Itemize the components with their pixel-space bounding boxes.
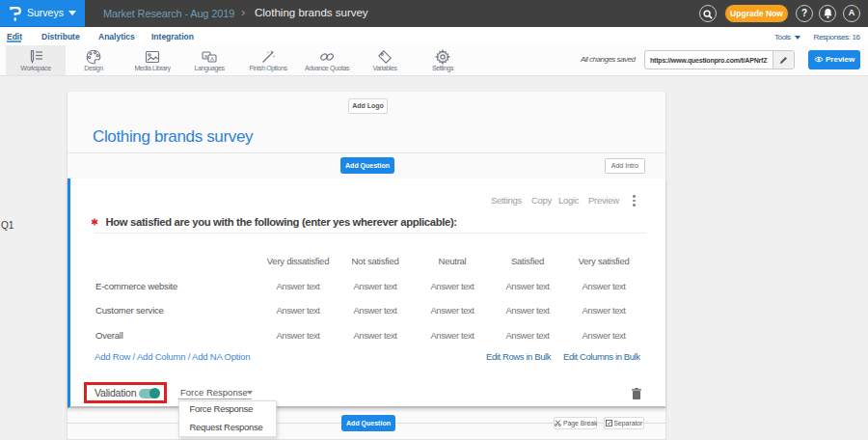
- svg-text:a: a: [204, 53, 208, 59]
- svg-text:A: A: [210, 56, 214, 62]
